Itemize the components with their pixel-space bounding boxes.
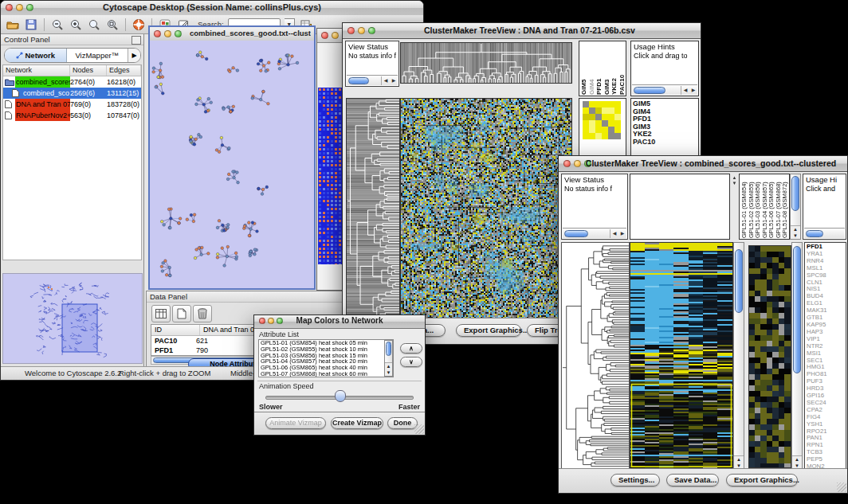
network-view-titlebar[interactable]: combined_scores_good.txt--cluste... — [150, 27, 314, 41]
heatmap-canvas[interactable] — [630, 242, 733, 470]
attribute-list-scrollbar[interactable]: ▲▼ — [384, 340, 393, 377]
network-overview-canvas[interactable] — [3, 274, 140, 361]
col-id[interactable]: ID — [151, 325, 200, 335]
zoomed-heatmap-canvas[interactable] — [748, 245, 791, 468]
column-label[interactable]: PAC10 — [619, 50, 626, 95]
matrix-cell[interactable] — [589, 127, 595, 133]
matrix-cell[interactable] — [608, 101, 614, 107]
scrollbar-thumb[interactable] — [634, 87, 665, 94]
hscrollbar[interactable]: ◀▶ — [347, 75, 398, 85]
scroll-right-icon[interactable]: ▶ — [390, 76, 398, 85]
hscrollbar[interactable] — [804, 228, 845, 238]
resize-grip[interactable] — [414, 424, 424, 434]
matrix-cell[interactable] — [608, 120, 614, 127]
column-label[interactable]: GPL51-08 (GSM872) — [782, 174, 789, 238]
row-dendrogram-canvas[interactable] — [346, 98, 400, 321]
matrix-cell[interactable] — [589, 133, 595, 139]
matrix-cell[interactable] — [614, 133, 621, 139]
correlation-matrix[interactable] — [583, 101, 621, 139]
matrix-cell[interactable] — [595, 107, 602, 114]
matrix-cell[interactable] — [595, 127, 602, 133]
attribute-list-item[interactable]: GPL51-07 (GSM868) heat shock 60 min — [259, 371, 393, 377]
network-graph-canvas[interactable] — [150, 41, 314, 288]
network-table-row[interactable]: combined_scores_2764(0)16218(0) — [3, 76, 141, 88]
cytoscape-titlebar[interactable]: Cytoscape Desktop (Session Name: collins… — [1, 1, 423, 16]
create-vizmap-button[interactable]: Create Vizmap — [331, 417, 383, 429]
matrix-cell[interactable] — [589, 107, 595, 114]
scroll-up-icon[interactable]: ▲ — [792, 456, 802, 463]
heatmap-vscrollbar[interactable]: ▲▼ — [733, 242, 744, 470]
matrix-cell[interactable] — [595, 120, 602, 127]
scrollbar-thumb[interactable] — [348, 77, 369, 84]
treeview1-titlebar[interactable]: ClusterMaker TreeView : DNA and Tran 07-… — [343, 23, 701, 39]
matrix-cell[interactable] — [583, 127, 589, 133]
tab-network[interactable]: Network — [5, 49, 67, 62]
done-button[interactable]: Done — [387, 417, 418, 429]
matrix-cell[interactable] — [583, 114, 589, 120]
matrix-cell[interactable] — [602, 101, 608, 107]
zoom-selected-icon[interactable] — [87, 18, 101, 32]
table-icon[interactable] — [151, 305, 171, 322]
new-attribute-icon[interactable] — [172, 305, 191, 322]
matrix-cell[interactable] — [583, 107, 589, 114]
mini-scroll-arrows[interactable]: ▲▼ — [731, 175, 738, 186]
matrix-cell[interactable] — [595, 101, 602, 107]
gene-label[interactable]: PAC10 — [631, 139, 698, 147]
matrix-cell[interactable] — [608, 133, 614, 139]
minimize-icon[interactable] — [332, 32, 339, 39]
matrix-cell[interactable] — [583, 120, 589, 127]
zoom-out-icon[interactable] — [50, 18, 65, 32]
matrix-cell[interactable] — [608, 114, 614, 120]
network-table-row[interactable]: DNA and Tran 07769(0)183728(0) — [3, 99, 141, 110]
open-icon[interactable] — [6, 18, 20, 32]
attribute-list[interactable]: GPL51-01 (GSM854) heat shock 05 minGPL51… — [258, 339, 394, 377]
scrollbar-thumb[interactable] — [735, 249, 743, 313]
scroll-right-icon[interactable]: ▶ — [618, 229, 626, 238]
column-dendrogram-canvas[interactable] — [400, 42, 572, 84]
zoom-in-icon[interactable] — [69, 18, 83, 32]
matrix-cell[interactable] — [602, 133, 608, 139]
matrix-cell[interactable] — [614, 101, 621, 107]
matrix-cell[interactable] — [602, 120, 608, 127]
matrix-cell[interactable] — [602, 127, 608, 133]
zoom-vscrollbar[interactable]: ▲▼ — [791, 242, 803, 470]
heatmap-canvas[interactable] — [400, 98, 572, 321]
zoom-window-icon[interactable] — [175, 30, 182, 37]
close-icon[interactable] — [259, 318, 265, 324]
scroll-down-icon[interactable]: ▼ — [731, 181, 738, 186]
matrix-cell[interactable] — [595, 114, 602, 120]
matrix-cell[interactable] — [614, 120, 621, 127]
trash-icon[interactable] — [193, 305, 212, 322]
matrix-cell[interactable] — [595, 133, 602, 139]
matrix-cell[interactable] — [589, 120, 595, 127]
close-icon[interactable] — [6, 4, 13, 11]
export-graphics-button[interactable]: Export Graphics... — [726, 474, 798, 486]
matrix-cell[interactable] — [583, 133, 589, 139]
treeview2-titlebar[interactable]: ClusterMaker TreeView : combined_scores_… — [559, 156, 847, 172]
dialog-titlebar[interactable]: Map Colors to Network — [254, 315, 425, 329]
matrix-cell[interactable] — [608, 107, 614, 114]
matrix-cell[interactable] — [583, 101, 589, 107]
scroll-down-icon[interactable]: ▼ — [385, 369, 392, 376]
hscrollbar[interactable]: ◀▶ — [632, 84, 697, 95]
close-icon[interactable] — [321, 32, 328, 39]
scroll-left-icon[interactable]: ◀ — [610, 229, 618, 238]
export-graphics-button[interactable]: Export Graphics... — [456, 324, 521, 337]
column-label[interactable]: GIM4 — [589, 50, 596, 95]
speed-slider-thumb[interactable] — [335, 390, 346, 402]
scrollbar-thumb[interactable] — [564, 230, 588, 237]
matrix-cell[interactable] — [614, 114, 621, 120]
scroll-left-icon[interactable]: ◀ — [382, 76, 390, 85]
scrollbar-thumb[interactable] — [791, 176, 799, 211]
zoom-fit-icon[interactable] — [105, 18, 120, 32]
move-down-button[interactable]: ∨ — [400, 357, 422, 367]
help-icon[interactable] — [132, 18, 146, 32]
matrix-cell[interactable] — [608, 127, 614, 133]
matrix-cell[interactable] — [589, 101, 595, 107]
col-edges[interactable]: Edges — [107, 65, 141, 76]
matrix-cell[interactable] — [602, 114, 608, 120]
move-up-button[interactable]: ∧ — [400, 343, 422, 354]
scroll-up-icon[interactable]: ▲ — [731, 175, 738, 181]
scroll-up-icon[interactable]: ▲ — [385, 363, 392, 369]
tab-vizmapper[interactable]: VizMapper™ — [67, 49, 128, 62]
